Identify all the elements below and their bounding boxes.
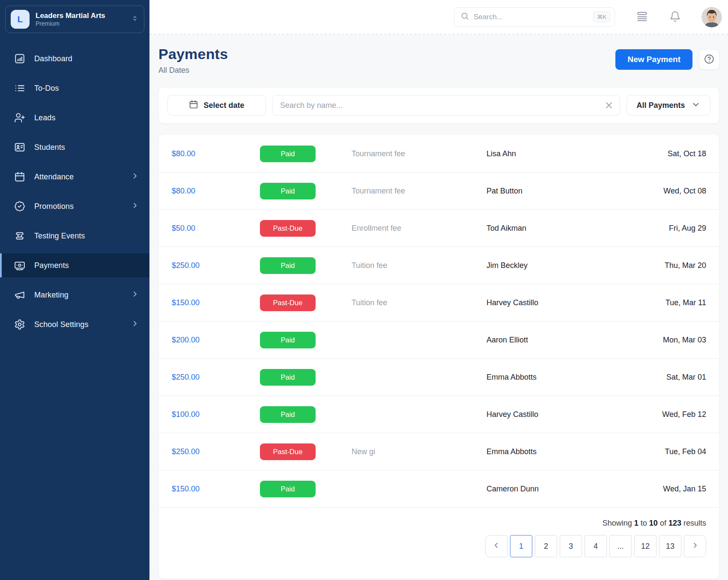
badge-check-icon (14, 201, 25, 212)
table-row[interactable]: $50.00 Past-Due Enrollment fee Tod Aikma… (159, 210, 719, 247)
sidebar-item-students[interactable]: Students (0, 135, 149, 159)
pagination-prev-button[interactable] (485, 535, 507, 557)
pagination-page-2[interactable]: 2 (535, 535, 557, 557)
payment-amount-link[interactable]: $200.00 (172, 336, 260, 345)
payments-table: $80.00 Paid Tournament fee Lisa Ahn Sat,… (158, 134, 719, 579)
sidebar-item-todos[interactable]: To-Dos (0, 76, 149, 100)
fee-label: Tuition fee (352, 261, 486, 270)
status-badge: Past-Due (260, 443, 316, 460)
payment-amount-link[interactable]: $80.00 (172, 149, 260, 158)
payer-name: Emma Abbotts (486, 447, 665, 456)
chevron-right-icon (691, 541, 699, 552)
chevrons-up-down-icon (131, 15, 139, 24)
sidebar-item-promotions[interactable]: Promotions (0, 194, 149, 218)
table-row[interactable]: $250.00 Paid Emma Abbotts Sat, Mar 01 (159, 359, 719, 396)
payer-name: Lisa Ahn (486, 149, 668, 158)
payer-name: Emma Abbotts (486, 373, 666, 382)
payment-date: Mon, Mar 03 (663, 336, 706, 345)
megaphone-icon (14, 289, 25, 300)
workspace-name: Leaders Martial Arts (36, 11, 125, 20)
name-search-input[interactable] (272, 95, 620, 116)
table-row[interactable]: $200.00 Paid Aaron Elliott Mon, Mar 03 (159, 321, 719, 359)
workspace-switcher[interactable]: L Leaders Martial Arts Premium (5, 6, 144, 33)
payment-amount-link[interactable]: $250.00 (172, 373, 260, 382)
pagination-next-button[interactable] (684, 535, 706, 557)
sidebar-item-dashboard[interactable]: Dashboard (0, 47, 149, 71)
status-badge: Paid (260, 369, 316, 386)
payer-name: Tod Aikman (486, 224, 669, 233)
pagination-page-3[interactable]: 3 (560, 535, 582, 557)
keyboard-shortcut-badge: ⌘K (593, 12, 610, 22)
payment-amount-link[interactable]: $150.00 (172, 298, 260, 307)
fee-label: Tuition fee (352, 298, 486, 307)
topbar: ⌘K (149, 0, 728, 35)
sidebar-item-leads[interactable]: Leads (0, 106, 149, 130)
global-search[interactable]: ⌘K (454, 7, 615, 27)
table-row[interactable]: $150.00 Past-Due Tuition fee Harvey Cast… (159, 284, 719, 321)
status-badge: Paid (260, 481, 316, 497)
payment-amount-link[interactable]: $100.00 (172, 410, 260, 419)
new-payment-button[interactable]: New Payment (615, 49, 692, 70)
user-avatar[interactable] (701, 7, 722, 27)
pagination-page-13[interactable]: 13 (659, 535, 681, 557)
chevron-down-icon (691, 100, 701, 111)
app-root: L Leaders Martial Arts Premium Dashboard… (0, 0, 728, 580)
payment-amount-link[interactable]: $250.00 (172, 447, 260, 456)
clear-search-button[interactable] (604, 100, 614, 110)
payment-amount-link[interactable]: $80.00 (172, 187, 260, 196)
status-badge: Paid (260, 332, 316, 348)
content-area: Payments All Dates New Payment Select da… (149, 35, 728, 580)
bell-icon (669, 11, 681, 24)
sidebar-item-attendance[interactable]: Attendance (0, 165, 149, 189)
help-button[interactable] (699, 49, 719, 70)
status-badge: Paid (260, 146, 316, 162)
payment-date: Sat, Mar 01 (666, 373, 706, 382)
pagination-page-12[interactable]: 12 (634, 535, 656, 557)
sidebar-nav: Dashboard To-Dos Leads Students Attendan… (0, 47, 149, 336)
main-area: ⌘K (149, 0, 728, 580)
chevron-right-icon (131, 172, 139, 182)
table-row[interactable]: $100.00 Paid Harvey Castillo Wed, Feb 12 (159, 396, 719, 433)
table-row[interactable]: $80.00 Paid Tournament fee Lisa Ahn Sat,… (159, 135, 719, 173)
notifications-button[interactable] (669, 11, 681, 24)
table-row[interactable]: $250.00 Paid Tuition fee Jim Beckley Thu… (159, 247, 719, 284)
status-badge: Paid (260, 183, 316, 199)
payer-name: Aaron Elliott (486, 336, 663, 345)
table-row[interactable]: $80.00 Paid Tournament fee Pat Button We… (159, 173, 719, 210)
pagination-page-1[interactable]: 1 (510, 535, 532, 557)
page-header: Payments All Dates New Payment (158, 46, 719, 75)
fee-label: Tournament fee (352, 149, 486, 158)
payer-name: Cameron Dunn (486, 485, 663, 494)
payment-date: Wed, Oct 08 (663, 187, 706, 196)
payment-amount-link[interactable]: $50.00 (172, 224, 260, 233)
payment-amount-link[interactable]: $250.00 (172, 261, 260, 270)
id-card-icon (14, 142, 25, 153)
filter-bar: Select date All Payments (158, 87, 719, 124)
calendar-icon (189, 100, 198, 111)
select-date-button[interactable]: Select date (167, 95, 266, 116)
payment-date: Tue, Mar 11 (665, 298, 706, 307)
table-row[interactable]: $250.00 Past-Due New gi Emma Abbotts Tue… (159, 433, 719, 470)
queue-menu-button[interactable] (636, 11, 648, 24)
payment-date: Fri, Aug 29 (669, 224, 706, 233)
pagination-page-4[interactable]: 4 (585, 535, 607, 557)
payer-name: Pat Button (486, 187, 663, 196)
list-icon (14, 83, 25, 94)
ticket-icon (14, 230, 25, 241)
payment-type-dropdown[interactable]: All Payments (627, 95, 710, 116)
chevron-right-icon (131, 319, 139, 330)
payment-date: Thu, Mar 20 (665, 261, 706, 270)
sidebar-item-testing-events[interactable]: Testing Events (0, 224, 149, 248)
chevron-right-icon (131, 201, 139, 212)
table-row[interactable]: $150.00 Paid Cameron Dunn Wed, Jan 15 (159, 470, 719, 508)
global-search-input[interactable] (474, 13, 589, 21)
pagination-ellipsis[interactable]: ... (609, 535, 632, 557)
fee-label: Enrollment fee (352, 224, 486, 233)
sidebar-item-payments[interactable]: Payments (0, 253, 149, 277)
pagination: 1 2 3 4 ... 12 13 (172, 535, 706, 557)
sidebar-item-marketing[interactable]: Marketing (0, 283, 149, 307)
banknote-icon (14, 260, 25, 271)
workspace-plan-badge: Premium (36, 20, 125, 28)
sidebar-item-school-settings[interactable]: School Settings (0, 312, 149, 336)
payment-amount-link[interactable]: $150.00 (172, 485, 260, 494)
